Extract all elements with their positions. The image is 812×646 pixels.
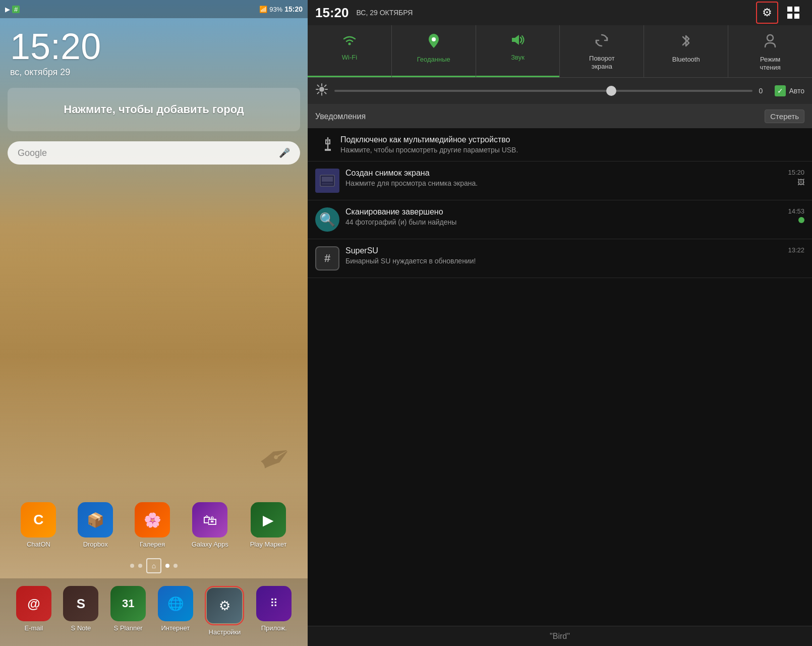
clock-date: вс, октября 29 (10, 67, 298, 78)
wifi-active-bar (308, 76, 391, 77)
email-icon-img: @ (16, 586, 51, 621)
app-splanner[interactable]: 31 S Planner (110, 586, 146, 636)
quick-toggles: Wi-Fi Геоданные Звук (308, 25, 812, 78)
notification-screenshot[interactable]: Создан снимок экрана Нажмите для просмот… (308, 162, 812, 200)
clock-time: 15:20 (10, 28, 298, 65)
bluetooth-svg (680, 33, 691, 49)
dot-2[interactable] (138, 564, 142, 568)
app-gallery[interactable]: 🌸 Галерея (135, 502, 170, 548)
svg-marker-6 (512, 35, 519, 45)
toggle-reading[interactable]: Режимчтения (728, 25, 812, 77)
brightness-icon: A (315, 83, 328, 99)
gallery-label: Галерея (140, 541, 165, 548)
grid-button-right[interactable] (782, 2, 804, 24)
bottom-bar: "Bird" (308, 626, 812, 646)
svg-rect-21 (322, 177, 333, 182)
clear-notifications-button[interactable]: Стереть (765, 110, 804, 123)
auto-brightness-checkbox[interactable]: ✓ Авто (775, 85, 804, 96)
toggle-wifi[interactable]: Wi-Fi (308, 25, 392, 77)
notification-supersu[interactable]: # SuperSU Бинарный SU нуждается в обновл… (308, 239, 812, 278)
screenshot-extra-icon: 🖼 (797, 178, 804, 186)
galaxy-apps-icon-img: 🛍 (192, 502, 227, 537)
notifications-list: Подключено как мультимедийное устройство… (308, 128, 812, 626)
weather-widget[interactable]: Нажмите, чтобы добавить город (8, 88, 300, 131)
checkbox-icon: ✓ (775, 85, 786, 96)
supersu-notif-body: Бинарный SU нуждается в обновлении! (345, 257, 788, 265)
home-spacer: ✒ (0, 170, 308, 497)
geodata-active-bar (392, 76, 476, 77)
brightness-row: A 0 ✓ Авто (308, 78, 812, 104)
app-settings[interactable]: ⚙ Настройки (205, 586, 244, 636)
settings-highlight: ⚙ (205, 586, 244, 625)
usb-notif-content: Подключено как мультимедийное устройство… (340, 135, 804, 154)
svg-rect-22 (322, 183, 333, 185)
app-play[interactable]: ▶ Play Маркет (250, 502, 287, 548)
scan-icon: 🔍 (319, 212, 335, 228)
app-apps[interactable]: ⠿ Прилож. (256, 586, 292, 636)
brightness-sun-icon: A (315, 83, 328, 96)
search-bar[interactable]: Google 🎤 (8, 141, 300, 165)
svg-line-13 (318, 85, 319, 87)
scan-notif-title: Сканирование завершено (345, 207, 788, 217)
screenshot-notif-title: Создан снимок экрана (345, 169, 788, 178)
toggle-bluetooth[interactable]: Bluetooth (644, 25, 728, 77)
status-date: ВС, 29 ОКТЯБРЯ (357, 9, 749, 17)
gallery-icon-img: 🌸 (135, 502, 170, 537)
status-bar-left: ▶ # 📶 93% 15:20 (0, 0, 308, 18)
svg-rect-2 (787, 14, 792, 19)
settings-button-right[interactable]: ⚙ (756, 2, 778, 24)
screenshot-thumbnail (315, 169, 339, 193)
dropbox-label: Dropbox (83, 541, 108, 548)
toggle-sound[interactable]: Звук (476, 25, 560, 77)
status-left-icons: ▶ # (5, 6, 20, 13)
rotation-toggle-label: Поворотэкрана (589, 55, 615, 70)
mic-icon[interactable]: 🎤 (279, 147, 290, 158)
galaxy-apps-label: Galaxy Apps (192, 541, 228, 548)
supersu-notif-time: 13:22 (788, 246, 804, 254)
home-button[interactable]: ⌂ (146, 558, 161, 573)
settings-label: Настройки (209, 628, 241, 636)
status-time: 15:20 (315, 5, 349, 21)
app-dropbox[interactable]: 📦 Dropbox (78, 502, 113, 548)
dot-1[interactable] (130, 564, 134, 568)
screenshot-notif-content: Создан снимок экрана Нажмите для просмот… (345, 169, 788, 187)
wifi-status-icon: 📶 (259, 6, 267, 13)
brightness-slider[interactable] (334, 90, 752, 92)
sound-active-bar (476, 76, 560, 77)
screenshot-notif-meta: 15:20 🖼 (788, 169, 804, 186)
app-email[interactable]: @ E-mail (16, 586, 51, 636)
settings-gear-icon: ⚙ (219, 598, 230, 614)
app-galaxy-apps[interactable]: 🛍 Galaxy Apps (192, 502, 228, 548)
app-internet[interactable]: 🌐 Интернет (158, 586, 193, 636)
supersu-app-icon: # (315, 246, 339, 271)
dot-3[interactable] (165, 564, 169, 568)
status-bar-right: 15:20 ВС, 29 ОКТЯБРЯ ⚙ (308, 0, 812, 25)
snote-label: S Note (71, 624, 91, 632)
svg-point-8 (319, 87, 324, 92)
signal-icon: ▶ (5, 6, 10, 13)
svg-point-7 (767, 35, 773, 41)
notifications-header: Уведомления Стереть (308, 104, 812, 128)
svg-rect-19 (329, 139, 330, 141)
usb-notif-title: Подключено как мультимедийное устройство (340, 135, 804, 144)
internet-label: Интернет (161, 624, 190, 632)
google-label: Google (18, 148, 47, 158)
splanner-label: S Planner (114, 624, 143, 632)
brightness-thumb[interactable] (606, 86, 616, 96)
toggle-geodata[interactable]: Геоданные (392, 25, 476, 77)
reading-toggle-icon (762, 33, 778, 52)
notification-scan[interactable]: 🔍 Сканирование завершено 44 фотографий (… (308, 200, 812, 239)
app-snote[interactable]: S S Note (63, 586, 98, 636)
svg-rect-3 (794, 14, 799, 19)
clock-widget: 15:20 вс, октября 29 (0, 18, 308, 83)
app-chaton[interactable]: C ChatON (21, 502, 56, 548)
toggle-rotation[interactable]: Поворотэкрана (560, 25, 644, 77)
notification-usb[interactable]: Подключено как мультимедийное устройство… (308, 128, 812, 162)
apps-label: Прилож. (261, 624, 287, 632)
reading-svg (762, 33, 778, 49)
dot-4[interactable] (173, 564, 178, 568)
settings-icon-right: ⚙ (762, 6, 772, 19)
status-right-buttons: ⚙ (756, 2, 804, 24)
bluetooth-toggle-icon (680, 33, 691, 52)
play-label: Play Маркет (250, 541, 287, 548)
